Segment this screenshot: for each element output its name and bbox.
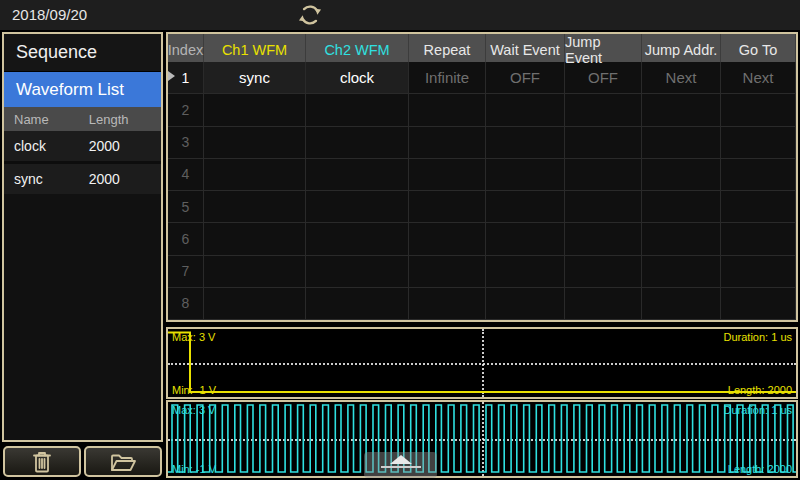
ch2-waveform-trace [168,402,796,476]
ch1-wfm-cell[interactable] [204,223,306,254]
sequence-table-body: 1syncclockInfiniteOFFOFFNextNext2345678 [168,62,796,320]
wait-event-cell[interactable] [486,256,565,287]
waveform-list-rows: clock2000sync2000 [4,131,161,194]
wait-event-cell[interactable] [486,191,565,222]
ch2-waveform-preview: Max: 3 V Duration: 1 us Min: -1 V Length… [166,400,798,478]
jump-addr-cell[interactable]: Next [642,62,721,93]
panel-drag-handle[interactable] [364,452,437,478]
go-to-cell[interactable] [721,191,796,222]
go-to-cell[interactable] [721,256,796,287]
sequence-row: 5 [168,191,796,223]
index-cell: 7 [168,256,204,287]
sidebar-title: Sequence [4,34,161,72]
repeat-cell[interactable]: Infinite [409,62,486,93]
ch1-wfm-cell[interactable] [204,94,306,125]
wait-event-cell[interactable] [486,127,565,158]
jump-event-cell[interactable] [565,256,642,287]
repeat-cell[interactable] [409,191,486,222]
repeat-cell[interactable] [409,127,486,158]
ch1-wfm-cell[interactable] [204,288,306,319]
sequence-row: 2 [168,94,796,126]
list-item[interactable]: sync2000 [4,164,161,194]
ch2-wfm-cell[interactable]: clock [306,62,409,93]
index-cell: 1 [168,62,204,93]
jump-event-cell[interactable]: OFF [565,62,642,93]
index-cell: 2 [168,94,204,125]
jump-addr-cell[interactable] [642,159,721,190]
index-cell: 3 [168,127,204,158]
index-cell: 4 [168,159,204,190]
wait-event-cell[interactable] [486,288,565,319]
sequence-row: 7 [168,256,796,288]
jump-event-cell[interactable] [565,127,642,158]
sequence-row: 1syncclockInfiniteOFFOFFNextNext [168,62,796,94]
delete-button[interactable] [3,446,81,477]
waveform-length: 2000 [89,138,120,154]
ch2-wfm-cell[interactable] [306,288,409,319]
wait-event-cell[interactable]: OFF [486,62,565,93]
ch2-wfm-cell[interactable] [306,159,409,190]
sequence-sidebar: Sequence Waveform List Name Length clock… [2,32,163,442]
sequence-row: 8 [168,288,796,320]
date-display: 2018/09/20 [12,0,87,30]
ch1-wfm-cell[interactable]: sync [204,62,306,93]
repeat-cell[interactable] [409,94,486,125]
go-to-cell[interactable]: Next [721,62,796,93]
jump-addr-cell[interactable] [642,256,721,287]
repeat-cell[interactable] [409,223,486,254]
ch1-wfm-cell[interactable] [204,159,306,190]
jump-event-cell[interactable] [565,288,642,319]
repeat-cell[interactable] [409,288,486,319]
sequence-table-header: IndexCh1 WFMCh2 WFMRepeatWait EventJump … [168,34,796,62]
jump-addr-cell[interactable] [642,94,721,125]
jump-addr-cell[interactable] [642,191,721,222]
wait-event-cell[interactable] [486,159,565,190]
wait-event-cell[interactable] [486,223,565,254]
waveform-list-header: Name Length [4,107,161,131]
ch2-wfm-cell[interactable] [306,191,409,222]
refresh-icon[interactable] [297,2,323,28]
arrow-up-icon [390,455,412,464]
go-to-cell[interactable] [721,223,796,254]
jump-addr-cell[interactable] [642,288,721,319]
sequence-table: IndexCh1 WFMCh2 WFMRepeatWait EventJump … [166,32,798,322]
jump-addr-cell[interactable] [642,127,721,158]
current-row-marker [168,71,175,81]
jump-event-cell[interactable] [565,191,642,222]
sequence-row: 6 [168,223,796,255]
open-button[interactable] [84,446,162,477]
ch1-wfm-cell[interactable] [204,191,306,222]
sequence-row: 4 [168,159,796,191]
go-to-cell[interactable] [721,159,796,190]
drag-bar [381,466,421,468]
waveform-length: 2000 [89,171,120,187]
waveform-name: sync [4,171,89,187]
sidebar-item-waveform-list[interactable]: Waveform List [4,72,161,107]
go-to-cell[interactable] [721,288,796,319]
wait-event-cell[interactable] [486,94,565,125]
ch1-wfm-cell[interactable] [204,127,306,158]
index-cell: 8 [168,288,204,319]
ch1-waveform-preview: Max: 3 V Duration: 1 us Min: -1 V Length… [166,327,798,399]
ch1-wfm-cell[interactable] [204,256,306,287]
jump-event-cell[interactable] [565,223,642,254]
index-cell: 5 [168,191,204,222]
trash-icon [30,449,54,475]
folder-open-icon [109,450,137,474]
waveform-name: clock [4,138,89,154]
ch2-wfm-cell[interactable] [306,256,409,287]
list-item[interactable]: clock2000 [4,131,161,161]
length-column-header: Length [89,112,129,127]
ch2-wfm-cell[interactable] [306,223,409,254]
top-bar: 2018/09/20 [0,0,800,30]
go-to-cell[interactable] [721,127,796,158]
jump-addr-cell[interactable] [642,223,721,254]
jump-event-cell[interactable] [565,159,642,190]
ch1-waveform-trace [168,329,796,397]
go-to-cell[interactable] [721,94,796,125]
repeat-cell[interactable] [409,159,486,190]
ch2-wfm-cell[interactable] [306,127,409,158]
repeat-cell[interactable] [409,256,486,287]
ch2-wfm-cell[interactable] [306,94,409,125]
jump-event-cell[interactable] [565,94,642,125]
